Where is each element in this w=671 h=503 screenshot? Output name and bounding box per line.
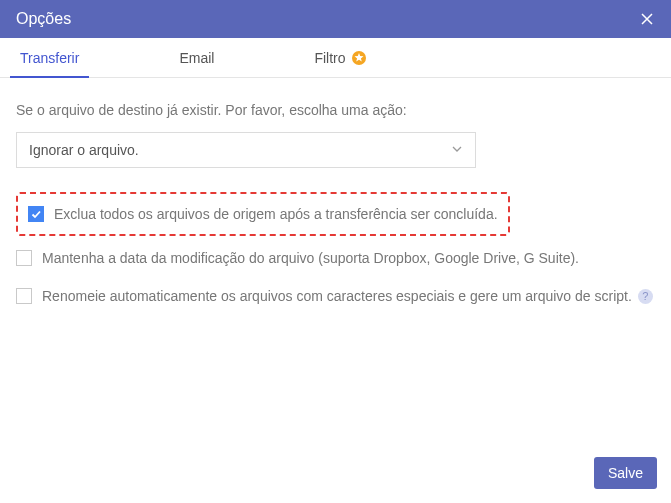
tab-label: Email	[179, 50, 214, 66]
close-icon[interactable]	[639, 11, 655, 27]
tabs: Transferir Email Filtro	[0, 38, 671, 78]
checkbox-keep-date[interactable]	[16, 250, 32, 266]
tab-label: Transferir	[20, 50, 79, 66]
dialog-header: Opções	[0, 0, 671, 38]
chevron-down-icon	[451, 142, 463, 158]
save-button[interactable]: Salve	[594, 457, 657, 489]
highlighted-option: Exclua todos os arquivos de origem após …	[16, 192, 510, 236]
dialog-title: Opções	[16, 10, 71, 28]
option-row: Renomeie automaticamente os arquivos com…	[16, 288, 655, 304]
help-icon[interactable]: ?	[638, 289, 653, 304]
tab-email[interactable]: Email	[169, 38, 224, 77]
star-icon	[352, 51, 366, 65]
action-select[interactable]: Ignorar o arquivo.	[16, 132, 476, 168]
option-label: Mantenha a data da modificação do arquiv…	[42, 250, 579, 266]
option-row: Exclua todos os arquivos de origem após …	[28, 206, 498, 222]
select-label: Se o arquivo de destino já existir. Por …	[16, 102, 655, 118]
option-label: Exclua todos os arquivos de origem após …	[54, 206, 498, 222]
content: Se o arquivo de destino já existir. Por …	[0, 78, 671, 342]
tab-label: Filtro	[314, 50, 345, 66]
option-row: Mantenha a data da modificação do arquiv…	[16, 250, 655, 266]
tab-filtro[interactable]: Filtro	[304, 38, 375, 77]
checkbox-rename-special[interactable]	[16, 288, 32, 304]
checkbox-delete-source[interactable]	[28, 206, 44, 222]
option-label: Renomeie automaticamente os arquivos com…	[42, 288, 632, 304]
select-value: Ignorar o arquivo.	[29, 142, 139, 158]
tab-transferir[interactable]: Transferir	[10, 38, 89, 77]
